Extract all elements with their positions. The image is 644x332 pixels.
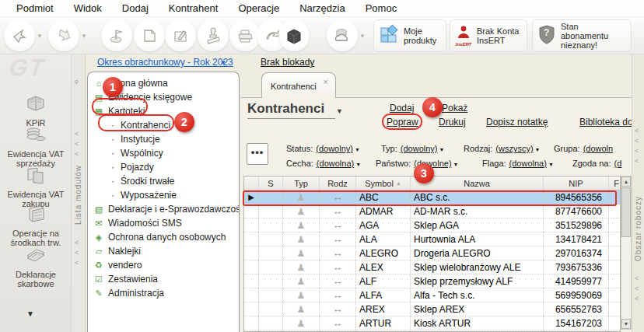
scroll-down-button[interactable]: ▼ bbox=[621, 319, 631, 329]
vendero-icon: ♻ bbox=[93, 260, 105, 271]
add-note-link[interactable]: Dopisz notatkę bbox=[486, 117, 548, 128]
sidebar-item-deklaracje[interactable]: Deklaracje skarbowe bbox=[0, 245, 72, 288]
tab-kontrahenci[interactable]: Kontrahenci × bbox=[261, 72, 336, 98]
flag-button[interactable] bbox=[101, 20, 132, 51]
chevron-down-icon: ▼ bbox=[355, 162, 361, 167]
moje-produkty-panel[interactable]: Moje produkty bbox=[373, 19, 446, 52]
table-row[interactable]: ♟ ↔ AREX Sklep AREX 656552763 bbox=[244, 302, 620, 316]
tree-item-wiadomosci-sms[interactable]: ✉ Wiadomości SMS bbox=[88, 216, 239, 230]
chevron-down-icon[interactable]: ▼ bbox=[336, 107, 343, 115]
tree-item-srodki-trwale[interactable]: ● Środki trwałe bbox=[88, 174, 239, 188]
tree-item-wspolnicy[interactable]: ● Wspólnicy bbox=[88, 146, 239, 160]
chevron-down-icon[interactable]: ▼ bbox=[37, 33, 43, 40]
pointer-tool-button[interactable] bbox=[4, 20, 35, 51]
print-link[interactable]: Drukuj bbox=[439, 117, 466, 128]
menu-kontrahent[interactable]: Kontrahent bbox=[159, 0, 229, 17]
table-row[interactable]: ♟ ↔ ARTUR Kiosk ARTUR 154167203 bbox=[244, 316, 620, 330]
tree-item-wyposazenie[interactable]: ● Wyposażenie bbox=[88, 188, 239, 202]
abonament-panel[interactable]: ? Stan abonamentu nieznany! bbox=[532, 19, 632, 52]
close-icon[interactable]: × bbox=[324, 77, 328, 86]
page-title[interactable]: Kontrahenci bbox=[247, 101, 335, 119]
insert-badge-label: InsERT bbox=[455, 42, 472, 47]
filter-rodzaj[interactable]: Rodzaj:(wszyscy)▼ bbox=[464, 144, 541, 153]
highlight-rect-popraw bbox=[382, 114, 422, 130]
sidebar-item-kpir[interactable]: KPiR bbox=[0, 93, 72, 128]
table-row[interactable]: ♟ ↔ ALA Hurtownia ALA 134178421 bbox=[244, 232, 620, 246]
document-library-link[interactable]: Biblioteka dok bbox=[579, 117, 638, 128]
chevron-left-icon: < bbox=[635, 126, 639, 136]
tree-item-pojazdy[interactable]: ● Pojazdy bbox=[88, 160, 239, 174]
chevron-down-icon[interactable]: ▼ bbox=[359, 33, 366, 40]
tree-item-naklejki[interactable]: ▱ Naklejki bbox=[88, 244, 239, 258]
menu-operacje[interactable]: Operacje bbox=[228, 0, 289, 17]
menu-pomoc[interactable]: Pomoc bbox=[355, 0, 407, 17]
two-way-arrow-icon: ↔ bbox=[333, 247, 343, 259]
filter-typ[interactable]: Typ:(dowolny)▼ bbox=[381, 144, 444, 153]
two-way-arrow-icon: ↔ bbox=[333, 275, 343, 287]
callout-2: 2 bbox=[174, 112, 194, 132]
filter-status[interactable]: Status:(dowolny)▼ bbox=[286, 144, 360, 153]
chevron-down-icon[interactable]: ▼ bbox=[220, 59, 226, 66]
workspace-area-strip[interactable]: < < < < Obszar roboczy < < < bbox=[632, 54, 644, 332]
sidebar-item-srodki-trwale[interactable]: Operacje na środkach trw. bbox=[0, 204, 72, 247]
menu-narzedzia[interactable]: Narzędzia bbox=[289, 0, 355, 17]
chevron-down-icon: ▼ bbox=[548, 162, 554, 167]
filter-more-button[interactable]: ••• bbox=[247, 143, 268, 165]
blank-page-icon bbox=[141, 27, 158, 44]
accounting-period-link[interactable]: Okres obrachunkowy - Rok 2023 bbox=[97, 57, 233, 68]
table-row[interactable]: ♟ ↔ ALEGRO Drogeria ALEGRO 297016374 bbox=[244, 246, 620, 260]
cursor-icon bbox=[11, 27, 28, 44]
chevron-left-icon: < bbox=[75, 248, 79, 258]
table-row[interactable]: ♟ ↔ AGA Sklep AGA 351529896 bbox=[244, 218, 620, 232]
tree-item-instytucje[interactable]: ● Instytucje bbox=[88, 132, 239, 146]
data-transfer-button[interactable] bbox=[327, 20, 358, 51]
scrollbar-thumb[interactable] bbox=[621, 187, 631, 237]
table-row[interactable]: ♟ ↔ ALF Sklep przemysłowy ALF 414959977 bbox=[244, 274, 620, 288]
filter-flaga[interactable]: Flaga:(dowolna)▼ bbox=[482, 159, 554, 168]
callout-3: 3 bbox=[414, 163, 434, 183]
stamp-button[interactable] bbox=[198, 20, 229, 51]
lock-status-link[interactable]: Brak blokady bbox=[261, 57, 314, 68]
chevron-down-icon[interactable]: ▼ bbox=[81, 33, 87, 40]
table-row[interactable]: ♟ ↔ ALEX Sklep wielobranżowy ALE 7936753… bbox=[244, 260, 620, 274]
filter-zgoda[interactable]: Zgoda na:(d bbox=[572, 159, 621, 168]
chevron-left-icon: < bbox=[635, 294, 639, 304]
tree-item-deklaracje[interactable]: ▧ Deklaracje i e-Sprawozdawczość bbox=[88, 202, 239, 216]
add-link[interactable]: Dodaj bbox=[390, 103, 414, 114]
contractor-type-icon: ♟ bbox=[297, 248, 306, 259]
filter-grupa[interactable]: Grupa:(dowoln bbox=[554, 144, 613, 153]
tree-item-zestawienia[interactable]: ☑ Zestawienia bbox=[88, 272, 239, 286]
tree-item-vendero[interactable]: ♻ vendero bbox=[88, 258, 239, 272]
two-way-arrow-icon: ↔ bbox=[333, 261, 343, 273]
menu-dodaj[interactable]: Dodaj bbox=[112, 0, 159, 17]
edit-document-button[interactable] bbox=[165, 20, 196, 51]
highlight-rect-kartoteki bbox=[92, 98, 148, 115]
brak-konta-label: Brak Konta InsERT bbox=[477, 26, 522, 45]
new-document-button[interactable] bbox=[134, 20, 165, 51]
forward-tool-button[interactable] bbox=[48, 20, 79, 51]
print-button[interactable] bbox=[229, 20, 261, 51]
chevron-down-icon: ▼ bbox=[439, 147, 444, 152]
menu-podmiot[interactable]: Podmiot bbox=[6, 0, 64, 17]
menu-widok[interactable]: Widok bbox=[64, 0, 112, 17]
show-link[interactable]: Pokaż bbox=[442, 103, 467, 114]
table-scrollbar[interactable]: ▲ ▼ bbox=[621, 176, 632, 330]
privacy-shield-icon: ◈ bbox=[93, 232, 105, 243]
filter-cecha[interactable]: Cecha:(dowolna)▼ bbox=[286, 159, 361, 168]
tree-item-ochrona-danych[interactable]: ◈ Ochrona danych osobowych bbox=[88, 230, 239, 244]
sidebar-item-vat-zakupu[interactable]: Ewidencja VAT zakupu bbox=[0, 165, 72, 208]
module-list-strip[interactable]: ⌕ < < < Lista modułów < < < bbox=[72, 54, 86, 332]
pin-icon[interactable]: ⌕ bbox=[71, 76, 82, 87]
sms-icon: ✉ bbox=[93, 218, 105, 229]
chevron-left-icon: < bbox=[75, 139, 79, 149]
scroll-up-button[interactable]: ▲ bbox=[621, 176, 631, 187]
more-modules-button[interactable]: ▼ bbox=[26, 309, 34, 318]
konto-insert-panel[interactable]: InsERT Brak Konta InsERT bbox=[450, 19, 527, 52]
sidebar-item-vat-sprzedazy[interactable]: Ewidencja VAT sprzedaży bbox=[0, 124, 72, 168]
table-row[interactable]: ♟ ↔ ADMAR AD-MAR s.c. 877476600 bbox=[244, 204, 620, 218]
table-row[interactable]: ♟ ↔ ALFA Alfa - Tech s.c. 569959069 bbox=[244, 288, 620, 302]
cube-module-button[interactable] bbox=[278, 20, 310, 51]
tree-item-administracja[interactable]: ✎ Administracja bbox=[88, 286, 239, 300]
cabinet-icon bbox=[0, 204, 72, 227]
sidebar-item-label: Deklaracje skarbowe bbox=[0, 270, 72, 288]
